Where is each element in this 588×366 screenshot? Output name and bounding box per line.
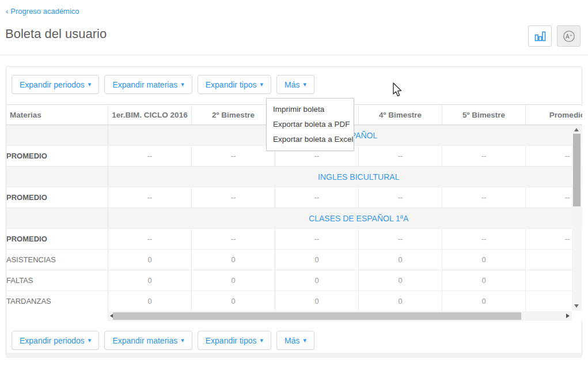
cell-value: -- bbox=[442, 229, 526, 250]
section-row: CLASES DE ESPAÑOL 1ªA bbox=[6, 208, 583, 229]
caret-down-icon: ▾ bbox=[88, 81, 92, 88]
button-label: Expandir tipos bbox=[206, 80, 257, 89]
cell-value: -- bbox=[108, 229, 192, 250]
panel-footer-band bbox=[6, 353, 582, 358]
row-label: PROMEDIO bbox=[6, 146, 108, 167]
button-expandir-periodos[interactable]: Expandir periodos▾ bbox=[12, 331, 99, 350]
button-expandir-periodos[interactable]: Expandir periodos▾ bbox=[12, 75, 99, 94]
svg-text:A⁺: A⁺ bbox=[566, 33, 572, 39]
button-m-s[interactable]: Más▾ bbox=[276, 331, 314, 350]
section-row: INGLES BICULTURAL bbox=[6, 167, 583, 187]
button-expandir-tipos[interactable]: Expandir tipos▾ bbox=[198, 75, 271, 94]
font-size-button[interactable]: A⁺ bbox=[557, 25, 581, 47]
section-row-spacer bbox=[6, 208, 108, 229]
cell-value: -- bbox=[192, 229, 275, 250]
button-expandir-materias[interactable]: Expandir materias▾ bbox=[104, 75, 192, 94]
cell-value: 0 bbox=[442, 250, 526, 270]
caret-down-icon: ▾ bbox=[303, 81, 306, 88]
more-dropdown-menu: Imprimir boletaExportar boleta a PDFExpo… bbox=[266, 98, 354, 151]
row-label: PROMEDIO bbox=[6, 187, 108, 208]
button-label: Expandir materias bbox=[112, 80, 177, 89]
horizontal-scroll-thumb[interactable] bbox=[113, 312, 521, 320]
table-row: PROMEDIO------------ bbox=[6, 229, 583, 250]
cell-value: 0 bbox=[192, 270, 275, 291]
row-label: FALTAS bbox=[6, 270, 108, 291]
button-label: Expandir periodos bbox=[20, 336, 85, 345]
cell-value: -- bbox=[108, 146, 192, 167]
caret-down-icon: ▾ bbox=[181, 81, 184, 88]
cell-value: 0 bbox=[192, 291, 275, 312]
cell-value: 0 bbox=[108, 250, 192, 270]
breadcrumb[interactable]: ‹Progreso académico bbox=[6, 7, 79, 16]
breadcrumb-label: Progreso académico bbox=[10, 7, 79, 16]
vertical-scrollbar[interactable] bbox=[572, 125, 582, 311]
vertical-scroll-thumb[interactable] bbox=[573, 134, 581, 206]
subject-link[interactable]: CLASES DE ESPAÑOL 1ªA bbox=[309, 214, 408, 223]
toolbar-top: Expandir periodos▾Expandir materias▾Expa… bbox=[12, 75, 314, 94]
chevron-left-icon: ‹ bbox=[6, 7, 8, 16]
cell-value: 0 bbox=[359, 270, 442, 291]
cell-value: 0 bbox=[359, 250, 442, 270]
button-label: Expandir periodos bbox=[20, 80, 85, 89]
scroll-right-icon[interactable] bbox=[566, 314, 570, 318]
subject-link[interactable]: INGLES BICULTURAL bbox=[318, 172, 399, 182]
table-row: TARDANZAS00000 bbox=[6, 291, 583, 312]
menu-item-exportar-boleta-a-pdf[interactable]: Exportar boleta a PDF bbox=[267, 117, 354, 132]
page: ‹Progreso académico Boleta del usuario A… bbox=[0, 0, 588, 366]
header-divider bbox=[0, 55, 588, 55]
button-expandir-tipos[interactable]: Expandir tipos▾ bbox=[198, 331, 271, 350]
scroll-up-icon[interactable] bbox=[574, 128, 579, 131]
cell-value: 0 bbox=[108, 270, 192, 291]
scrollbar-corner bbox=[572, 311, 582, 321]
button-expandir-materias[interactable]: Expandir materias▾ bbox=[104, 331, 192, 350]
table-row: ASISTENCIAS00000 bbox=[6, 250, 583, 270]
section-title-cell: CLASES DE ESPAÑOL 1ªA bbox=[108, 208, 583, 229]
column-header-promedio: Promedio bbox=[526, 105, 583, 125]
cell-value: -- bbox=[275, 229, 359, 250]
header-actions: A⁺ bbox=[528, 25, 581, 47]
cell-value: 0 bbox=[442, 291, 526, 312]
column-header-materias: Materias bbox=[6, 105, 108, 125]
row-label: PROMEDIO bbox=[6, 229, 108, 250]
button-label: Más bbox=[284, 336, 299, 345]
scroll-down-icon[interactable] bbox=[574, 304, 579, 308]
cell-value: -- bbox=[359, 229, 442, 250]
cell-value: 0 bbox=[442, 270, 526, 291]
caret-down-icon: ▾ bbox=[303, 337, 306, 344]
cell-value: 0 bbox=[275, 270, 359, 291]
cell-value: -- bbox=[359, 146, 442, 167]
cell-value: -- bbox=[359, 187, 442, 208]
row-label: TARDANZAS bbox=[6, 291, 108, 312]
row-label: ASISTENCIAS bbox=[6, 250, 108, 270]
menu-item-exportar-boleta-a-excel[interactable]: Exportar boleta a Excel bbox=[267, 132, 354, 147]
button-label: Expandir materias bbox=[112, 336, 177, 345]
section-title-cell: INGLES BICULTURAL bbox=[108, 167, 583, 187]
chart-view-button[interactable] bbox=[528, 25, 552, 47]
table-row: PROMEDIO------------ bbox=[6, 187, 583, 208]
section-row-spacer bbox=[6, 167, 108, 187]
horizontal-scrollbar[interactable] bbox=[108, 311, 572, 321]
button-m-s[interactable]: Más▾ bbox=[276, 75, 314, 94]
cell-value: -- bbox=[442, 187, 526, 208]
caret-down-icon: ▾ bbox=[260, 337, 263, 344]
page-title: Boleta del usuario bbox=[5, 27, 107, 41]
caret-down-icon: ▾ bbox=[88, 337, 92, 344]
column-header-1er-bim-ciclo-2016: 1er.BIM. CICLO 2016 bbox=[108, 105, 192, 125]
menu-item-imprimir-boleta[interactable]: Imprimir boleta bbox=[267, 102, 354, 117]
caret-down-icon: ▾ bbox=[181, 337, 184, 344]
column-header-4-bimestre: 4º Bimestre bbox=[359, 105, 442, 125]
button-label: Más bbox=[284, 80, 299, 89]
font-size-icon: A⁺ bbox=[562, 29, 576, 43]
toolbar-bottom: Expandir periodos▾Expandir materias▾Expa… bbox=[12, 331, 314, 350]
cell-value: -- bbox=[192, 146, 275, 167]
cell-value: 0 bbox=[108, 291, 192, 312]
caret-down-icon: ▾ bbox=[260, 81, 263, 88]
table-row: FALTAS00000 bbox=[6, 270, 583, 291]
cell-value: 0 bbox=[359, 291, 442, 312]
column-header-5-bimestre: 5º Bimestre bbox=[442, 105, 526, 125]
column-header-2-bimestre: 2º Bimestre bbox=[192, 105, 275, 125]
cell-value: 0 bbox=[275, 291, 359, 312]
cell-value: 0 bbox=[192, 250, 275, 270]
cell-value: -- bbox=[108, 187, 192, 208]
button-label: Expandir tipos bbox=[206, 336, 257, 345]
